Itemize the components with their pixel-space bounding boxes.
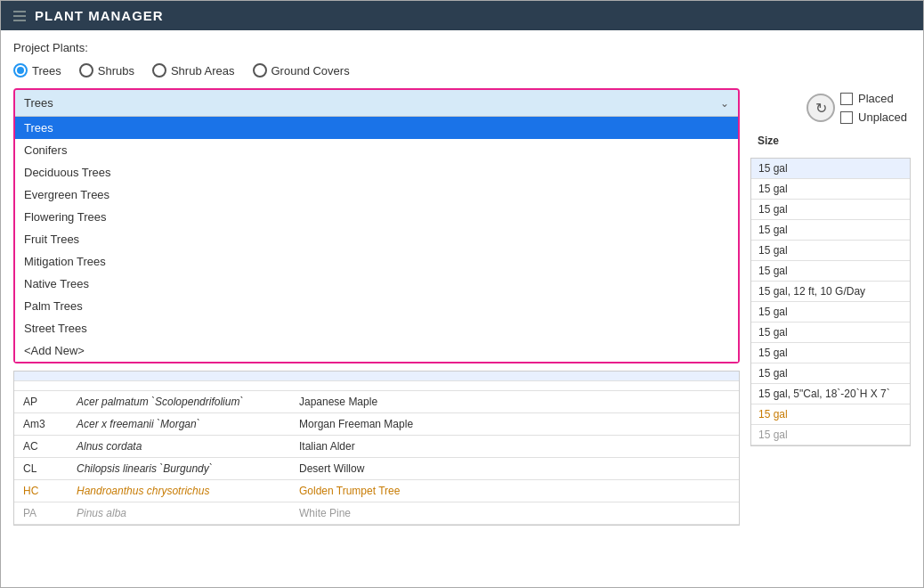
main-area: Trees ⌄ Trees Conifers Deciduous Trees E… — [13, 88, 911, 526]
size-row[interactable]: 15 gal — [751, 179, 910, 200]
size-row[interactable]: 15 gal — [751, 323, 910, 343]
radio-shrubs-circle[interactable] — [79, 63, 93, 78]
category-dropdown-header[interactable]: Trees ⌄ — [15, 90, 738, 116]
cell-scientific: Handroanthus chrysotrichus — [75, 484, 297, 498]
cell-scientific: Pinus alba — [75, 506, 297, 520]
cell-common: Morgan Freeman Maple — [297, 417, 475, 431]
cell-code: Am3 — [21, 417, 75, 431]
dropdown-selected-value: Trees — [24, 96, 53, 110]
cell-common: Japanese Maple — [297, 395, 475, 409]
left-panel: Trees ⌄ Trees Conifers Deciduous Trees E… — [13, 88, 740, 526]
cell-scientific: Acer x freemanii `Morgan` — [75, 417, 297, 431]
drag-handle[interactable] — [13, 11, 26, 21]
dropdown-item-add-new[interactable]: <Add New> — [15, 339, 738, 362]
radio-shrubs[interactable]: Shrubs — [79, 63, 134, 78]
plant-table: AP Acer palmatum `Scolopendrifolium` Jap… — [13, 371, 740, 526]
size-table: 15 gal 15 gal 15 gal 15 gal 15 gal 15 ga… — [750, 158, 911, 446]
project-plants-label: Project Plants: — [13, 41, 911, 54]
cell-common — [297, 375, 475, 377]
cell-code: AP — [21, 395, 75, 409]
radio-shrub-areas-circle[interactable] — [152, 63, 166, 78]
radio-shrub-areas[interactable]: Shrub Areas — [152, 63, 235, 78]
cell-scientific: Chilopsis linearis `Burgundy` — [75, 461, 297, 476]
cell-scientific — [75, 385, 297, 387]
dropdown-item-conifers[interactable]: Conifers — [15, 139, 738, 161]
cell-code — [21, 385, 75, 387]
cell-code: AC — [21, 439, 75, 453]
cell-code: PA — [21, 506, 75, 520]
placed-checkbox[interactable]: Placed — [840, 92, 907, 105]
radio-trees[interactable]: Trees — [13, 63, 61, 78]
cell-common: Italian Alder — [297, 439, 475, 453]
dropdown-item-native[interactable]: Native Trees — [15, 273, 738, 295]
content-area: Project Plants: Trees Shrubs Shrub Areas… — [1, 30, 923, 587]
plant-manager-window: PLANT MANAGER Project Plants: Trees Shru… — [0, 0, 924, 588]
placed-label: Placed — [858, 92, 894, 105]
radio-ground-covers-label: Ground Covers — [272, 64, 350, 78]
dropdown-item-deciduous[interactable]: Deciduous Trees — [15, 161, 738, 184]
filter-checkboxes: Placed Unplaced — [840, 92, 907, 124]
size-row[interactable]: 15 gal, 5"Cal, 18`-20`H X 7` — [751, 384, 910, 404]
size-row[interactable]: 15 gal — [751, 220, 910, 241]
size-row[interactable]: 15 gal — [751, 404, 910, 425]
radio-shrubs-label: Shrubs — [98, 64, 134, 78]
table-row[interactable]: CL Chilopsis linearis `Burgundy` Desert … — [14, 458, 739, 480]
titlebar: PLANT MANAGER — [1, 1, 923, 30]
dropdown-item-trees[interactable]: Trees — [15, 117, 738, 139]
unplaced-label: Unplaced — [858, 110, 907, 124]
table-row[interactable]: HC Handroanthus chrysotrichus Golden Tru… — [14, 480, 739, 502]
radio-ground-covers-circle[interactable] — [253, 63, 267, 78]
radio-trees-circle[interactable] — [13, 63, 28, 78]
size-row[interactable]: 15 gal — [751, 302, 910, 323]
right-panel: ↻ Placed Unplaced Size — [750, 88, 911, 526]
dropdown-list: Trees Conifers Deciduous Trees Evergreen… — [15, 116, 738, 362]
cell-common — [297, 385, 475, 387]
dropdown-item-fruit[interactable]: Fruit Trees — [15, 228, 738, 250]
plant-type-radio-group: Trees Shrubs Shrub Areas Ground Covers — [13, 63, 911, 78]
size-row[interactable]: 15 gal — [751, 200, 910, 220]
unplaced-checkbox[interactable]: Unplaced — [840, 110, 907, 124]
refresh-button[interactable]: ↻ — [806, 94, 835, 122]
radio-shrub-areas-label: Shrub Areas — [171, 64, 235, 78]
placed-checkbox-box[interactable] — [840, 93, 853, 105]
size-row[interactable]: 15 gal — [751, 241, 910, 261]
table-row[interactable] — [14, 381, 739, 391]
chevron-down-icon: ⌄ — [720, 97, 729, 110]
cell-code: CL — [21, 461, 75, 476]
cell-common: Golden Trumpet Tree — [297, 484, 475, 498]
refresh-area: ↻ Placed Unplaced — [750, 92, 911, 124]
cell-scientific — [75, 375, 297, 377]
cell-code: HC — [21, 484, 75, 498]
table-row[interactable]: AC Alnus cordata Italian Alder — [14, 436, 739, 458]
dropdown-item-palm[interactable]: Palm Trees — [15, 295, 738, 317]
cell-scientific: Alnus cordata — [75, 439, 297, 453]
unplaced-checkbox-box[interactable] — [840, 111, 853, 124]
size-row[interactable]: 15 gal, 12 ft, 10 G/Day — [751, 282, 910, 302]
cell-common: White Pine — [297, 506, 475, 520]
table-row[interactable] — [14, 372, 739, 381]
table-row[interactable]: AP Acer palmatum `Scolopendrifolium` Jap… — [14, 391, 739, 413]
dropdown-item-flowering[interactable]: Flowering Trees — [15, 206, 738, 228]
dropdown-item-evergreen[interactable]: Evergreen Trees — [15, 184, 738, 206]
category-dropdown-wrapper: Trees ⌄ Trees Conifers Deciduous Trees E… — [13, 88, 740, 363]
size-column-header: Size — [750, 131, 911, 151]
cell-common: Desert Willow — [297, 461, 475, 476]
cell-code — [21, 375, 75, 377]
table-row[interactable]: Am3 Acer x freemanii `Morgan` Morgan Fre… — [14, 413, 739, 436]
size-row[interactable]: 15 gal — [751, 343, 910, 363]
cell-scientific: Acer palmatum `Scolopendrifolium` — [75, 395, 297, 409]
size-row[interactable]: 15 gal — [751, 261, 910, 282]
size-row[interactable]: 15 gal — [751, 425, 910, 445]
dropdown-item-street[interactable]: Street Trees — [15, 317, 738, 339]
table-row[interactable]: PA Pinus alba White Pine — [14, 502, 739, 525]
window-title: PLANT MANAGER — [35, 8, 164, 23]
size-row[interactable]: 15 gal — [751, 363, 910, 384]
radio-trees-label: Trees — [32, 64, 61, 78]
refresh-icon: ↻ — [815, 100, 827, 117]
radio-ground-covers[interactable]: Ground Covers — [253, 63, 350, 78]
dropdown-item-mitigation[interactable]: Mitigation Trees — [15, 250, 738, 273]
size-row[interactable]: 15 gal — [751, 159, 910, 179]
